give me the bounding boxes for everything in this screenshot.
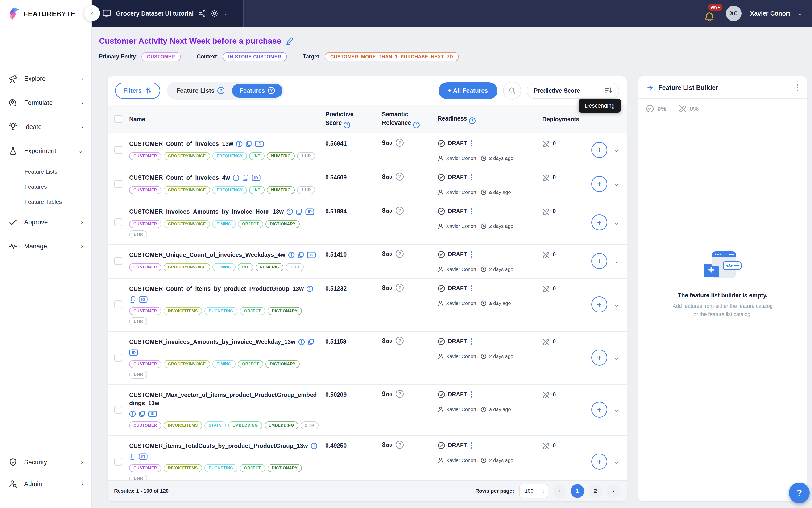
info-icon[interactable] — [233, 174, 239, 181]
builder-arrow-icon[interactable] — [645, 84, 653, 91]
id-icon[interactable]: ID — [129, 349, 138, 356]
copy-icon[interactable] — [139, 411, 145, 417]
feature-name[interactable]: CUSTOMER_Count_of_invoices_13w — [129, 140, 233, 147]
info-icon[interactable] — [236, 140, 242, 147]
help-circle-icon[interactable]: ? — [344, 122, 350, 128]
pagination-page-2[interactable]: 2 — [588, 484, 602, 498]
row-menu-button[interactable] — [471, 174, 472, 180]
id-icon[interactable]: ID — [139, 296, 148, 303]
builder-menu-button[interactable] — [795, 83, 800, 92]
sort-descending-icon[interactable] — [604, 87, 612, 94]
add-to-list-button[interactable]: + — [591, 214, 607, 230]
help-circle-icon[interactable]: ? — [396, 207, 404, 215]
copy-icon[interactable] — [242, 174, 249, 181]
gear-icon[interactable] — [211, 9, 219, 17]
feature-name[interactable]: CUSTOMER_invoices_Amounts_by_invoice_Hou… — [129, 208, 284, 215]
expand-row-chevron[interactable]: ⌄ — [614, 354, 619, 361]
add-to-list-button[interactable]: + — [591, 142, 607, 158]
help-circle-icon[interactable]: ? — [396, 173, 404, 181]
chevron-down-icon[interactable]: ⌄ — [223, 10, 228, 16]
id-icon[interactable]: ID — [307, 252, 316, 258]
search-button[interactable] — [503, 82, 521, 99]
chevron-down-icon[interactable]: ⌄ — [798, 10, 803, 17]
info-icon[interactable] — [288, 252, 295, 258]
notifications-button[interactable]: 999+ — [704, 4, 720, 23]
help-circle-icon[interactable]: ? — [396, 441, 404, 449]
tab-feature-lists[interactable]: Feature Lists ? — [169, 84, 232, 98]
row-menu-button[interactable] — [471, 208, 472, 214]
expand-row-chevron[interactable]: ⌄ — [614, 406, 619, 413]
row-menu-button[interactable] — [471, 442, 472, 449]
info-icon[interactable] — [307, 286, 313, 292]
column-header-deployments[interactable]: Deployments — [538, 115, 583, 123]
row-checkbox[interactable] — [115, 146, 122, 154]
add-to-list-button[interactable]: + — [591, 253, 607, 269]
sidebar-item-admin[interactable]: Admin › — [0, 476, 91, 492]
row-checkbox[interactable] — [115, 257, 122, 265]
row-checkbox[interactable] — [115, 458, 122, 466]
sidebar-item-explore[interactable]: Explore › — [0, 71, 91, 87]
row-checkbox[interactable] — [115, 180, 122, 188]
copy-icon[interactable] — [129, 453, 136, 460]
help-circle-icon[interactable]: ? — [396, 337, 404, 345]
sort-select[interactable]: Predictive Score — [527, 83, 619, 99]
tutorial-selector[interactable]: Grocery Dataset UI tutorial ⌄ — [92, 0, 244, 27]
copy-icon[interactable] — [298, 252, 304, 258]
copy-icon[interactable] — [245, 140, 252, 147]
expand-row-chevron[interactable]: ⌄ — [614, 257, 619, 265]
row-menu-button[interactable] — [471, 285, 472, 292]
rows-per-page-select[interactable]: 100 ▵▿ — [519, 484, 548, 498]
tab-features[interactable]: Features ? — [232, 84, 282, 98]
row-menu-button[interactable] — [471, 140, 472, 146]
feature-name[interactable]: CUSTOMER_Max_vector_of_items_product_Pro… — [129, 391, 317, 406]
share-icon[interactable] — [198, 10, 206, 17]
add-to-list-button[interactable]: + — [591, 296, 607, 312]
sidebar-item-feature-tables[interactable]: Feature Tables — [0, 194, 91, 209]
sidebar-item-feature-lists[interactable]: Feature Lists — [0, 164, 91, 179]
context-pill[interactable]: IN-STORE CUSTOMER — [223, 52, 287, 61]
row-checkbox[interactable] — [115, 353, 122, 362]
expand-row-chevron[interactable]: ⌄ — [614, 180, 619, 187]
help-circle-icon[interactable]: ? — [396, 390, 404, 398]
select-all-checkbox[interactable] — [115, 115, 122, 123]
copy-icon[interactable] — [308, 339, 314, 345]
id-icon[interactable]: ID — [139, 453, 148, 460]
sidebar-item-ideate[interactable]: Ideate › — [0, 119, 91, 135]
help-circle-icon[interactable]: ? — [396, 139, 404, 147]
row-menu-button[interactable] — [471, 251, 472, 258]
feature-name[interactable]: CUSTOMER_Count_of_invoices_4w — [129, 174, 230, 181]
sidebar-item-approve[interactable]: Approve › — [0, 214, 91, 230]
avatar[interactable]: XC — [726, 6, 741, 21]
column-header-predictive-score[interactable]: Predictive Score? — [319, 110, 376, 128]
row-checkbox[interactable] — [115, 406, 122, 414]
target-pill[interactable]: CUSTOMER_MORE_THAN_1_PURCHASE_NEXT_7D — [325, 52, 459, 61]
info-icon[interactable] — [129, 411, 136, 417]
help-circle-icon[interactable]: ? — [413, 122, 420, 128]
copy-icon[interactable] — [129, 296, 136, 303]
add-to-list-button[interactable]: + — [591, 401, 607, 418]
expand-row-chevron[interactable]: ⌄ — [614, 458, 619, 465]
sidebar-collapse-button[interactable]: ‹ — [84, 5, 100, 21]
row-checkbox[interactable] — [115, 218, 122, 226]
help-circle-icon[interactable]: ? — [469, 118, 476, 124]
feature-name[interactable]: CUSTOMER_invoices_Amounts_by_invoice_Wee… — [129, 338, 296, 345]
id-icon[interactable]: ID — [255, 140, 264, 147]
help-button[interactable]: ? — [789, 482, 810, 503]
row-menu-button[interactable] — [471, 338, 472, 345]
add-to-list-button[interactable]: + — [591, 176, 607, 192]
pagination-next-button[interactable]: › — [606, 484, 620, 498]
column-header-name[interactable]: Name — [129, 115, 319, 123]
column-header-readiness[interactable]: Readiness? — [438, 114, 538, 124]
id-icon[interactable]: ID — [148, 411, 157, 417]
id-icon[interactable]: ID — [252, 174, 261, 181]
sidebar-item-features[interactable]: Features — [0, 179, 91, 194]
copy-icon[interactable] — [296, 209, 303, 215]
feature-name[interactable]: CUSTOMER_Unique_Count_of_invoices_Weekda… — [129, 251, 285, 258]
info-icon[interactable] — [286, 209, 293, 215]
expand-row-chevron[interactable]: ⌄ — [614, 301, 619, 308]
row-menu-button[interactable] — [471, 391, 472, 397]
sidebar-item-formulate[interactable]: Formulate › — [0, 95, 91, 111]
featurebyte-logo[interactable]: FEATUREBYTE — [0, 0, 91, 20]
row-checkbox[interactable] — [115, 300, 122, 308]
primary-entity-pill[interactable]: CUSTOMER — [141, 52, 181, 61]
